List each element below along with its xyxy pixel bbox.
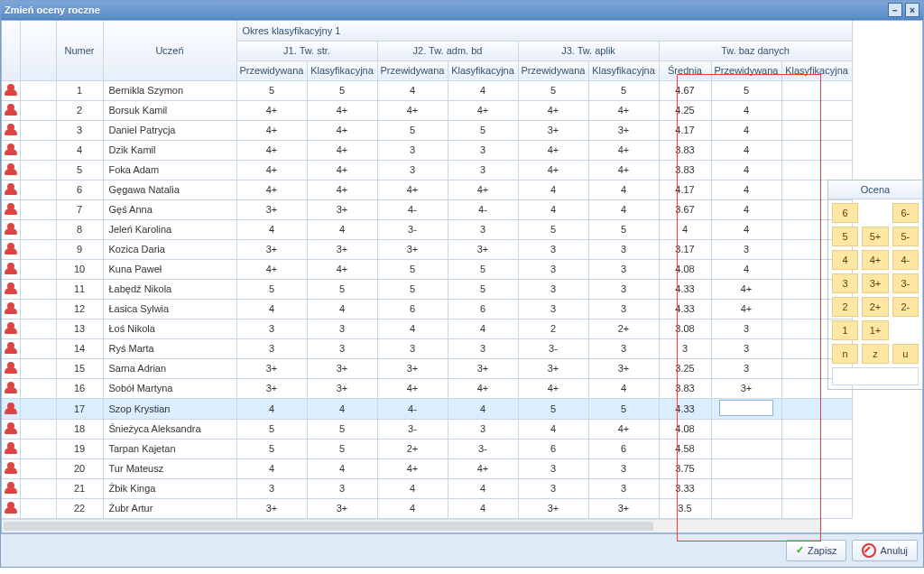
save-button[interactable]: ✓ Zapisz	[786, 540, 846, 561]
table-row[interactable]: 15Sarna Adrian3+3+3+3+3+3+3.253	[2, 358, 852, 378]
grade-input[interactable]	[719, 400, 773, 416]
grade-button[interactable]: 3-	[892, 273, 919, 293]
grade-button[interactable]: z	[862, 344, 888, 364]
col-j1p[interactable]: Przewidywana	[236, 60, 307, 80]
table-row[interactable]: 11Łabędź Nikola5555334.334+	[2, 279, 852, 299]
grade-button[interactable]: 4-	[892, 250, 919, 270]
student-icon	[5, 83, 17, 96]
col-numer[interactable]: Numer	[56, 21, 103, 80]
grade-button[interactable]: 5-	[892, 227, 919, 246]
super-header: Okres klasyfikacyjny 1	[236, 21, 852, 41]
check-icon: ✓	[796, 544, 804, 556]
student-icon	[5, 282, 17, 294]
table-row[interactable]: 14Ryś Marta33333-333	[2, 338, 852, 358]
student-icon	[5, 143, 17, 155]
window-title: Zmień oceny roczne	[5, 5, 100, 15]
table-row[interactable]: 1Bernikla Szymon5544554.675	[2, 80, 852, 100]
group-j3[interactable]: J3. Tw. aplik	[518, 41, 659, 60]
dialog-window: Zmień oceny roczne − ×	[0, 0, 924, 568]
close-icon[interactable]: ×	[905, 3, 919, 17]
minimize-icon[interactable]: −	[888, 3, 902, 17]
col-j2k[interactable]: Klasyfikacyjna	[448, 60, 518, 80]
student-icon	[5, 481, 17, 494]
table-row[interactable]: 2Borsuk Kamil4+4+4+4+4+4+4.254	[2, 100, 852, 120]
grade-button[interactable]: 4+	[862, 250, 888, 270]
grade-button[interactable]: 1+	[862, 320, 888, 340]
student-icon	[5, 242, 17, 255]
col-uczen[interactable]: Uczeń	[103, 21, 236, 80]
table-row[interactable]: 18Śnieżyca Aleksandra553-344+4.08	[2, 419, 852, 439]
student-icon	[5, 321, 17, 334]
student-icon	[5, 262, 17, 274]
grade-button[interactable]: 1	[832, 320, 858, 340]
student-icon	[5, 301, 17, 314]
col-j2p[interactable]: Przewidywana	[377, 60, 448, 80]
grade-custom-input[interactable]	[832, 367, 919, 385]
table-row[interactable]: 19Tarpan Kajetan552+3-664.58	[2, 439, 852, 458]
col-srednia[interactable]: Średnia	[659, 60, 711, 80]
student-icon	[5, 162, 17, 175]
cancel-button[interactable]: Anuluj	[852, 540, 918, 561]
table-row[interactable]: 8Jeleń Karolina443-35544	[2, 219, 852, 239]
group-j2[interactable]: J2. Tw. adm. bd	[377, 41, 518, 60]
grade-button[interactable]: u	[892, 344, 919, 364]
student-icon	[5, 402, 17, 414]
grade-button[interactable]: 2	[832, 297, 858, 317]
grade-button[interactable]: 2+	[862, 297, 888, 317]
table-row[interactable]: 10Kuna Paweł4+4+55334.084	[2, 259, 852, 279]
student-icon	[5, 461, 17, 474]
grade-button[interactable]: 5	[832, 227, 858, 246]
table-row[interactable]: 21Żbik Kinga3344333.33	[2, 478, 852, 498]
grade-button[interactable]: 6-	[892, 203, 919, 223]
grade-button[interactable]: 4	[832, 250, 858, 270]
grade-button[interactable]: n	[832, 344, 858, 364]
table-row[interactable]: 4Dzik Kamil4+4+334+4+3.834	[2, 140, 852, 160]
table-row[interactable]: 20Tur Mateusz444+4+333.75	[2, 458, 852, 478]
student-icon	[5, 421, 17, 434]
cancel-icon	[862, 543, 876, 558]
titlebar: Zmień oceny roczne − ×	[1, 1, 923, 20]
student-icon	[5, 361, 17, 374]
grade-button[interactable]: 5+	[862, 227, 888, 246]
table-row[interactable]: 17Szop Krystian444-4554.33	[2, 398, 852, 419]
save-label: Zapisz	[808, 545, 836, 556]
table-row[interactable]: 9Kozica Daria3+3+3+3+333.173	[2, 239, 852, 259]
grade-picker-title: Ocena	[828, 181, 922, 199]
col-j3k[interactable]: Klasyfikacyjna	[588, 60, 659, 80]
grade-button[interactable]: 3	[832, 273, 858, 293]
student-icon	[5, 103, 17, 116]
group-j1[interactable]: J1. Tw. str.	[236, 41, 377, 60]
student-icon	[5, 441, 17, 454]
col-j3p[interactable]: Przewidywana	[518, 60, 588, 80]
table-row[interactable]: 7Gęś Anna3+3+4-4-443.674	[2, 199, 852, 219]
horizontal-scrollbar[interactable]	[2, 519, 822, 532]
footer-bar: ✓ Zapisz Anuluj	[1, 533, 923, 567]
student-icon	[5, 501, 17, 514]
table-row[interactable]: 12Łasica Sylwia4466334.334+	[2, 299, 852, 319]
table-row[interactable]: 16Sobół Martyna3+3+4+4+4+43.833+	[2, 378, 852, 398]
col-j1k[interactable]: Klasyfikacyjna	[307, 60, 377, 80]
table-row[interactable]: 6Gęgawa Natalia4+4+4+4+444.174	[2, 180, 852, 199]
student-icon	[5, 182, 17, 195]
grade-button[interactable]: 3+	[862, 273, 888, 293]
table-row[interactable]: 22Żubr Artur3+3+443+3+3.5	[2, 498, 852, 518]
student-icon	[5, 202, 17, 215]
grade-picker: Ocena 66-55+5-44+4-33+3-22+2-11+nzu	[827, 180, 923, 390]
student-icon	[5, 123, 17, 135]
student-icon	[5, 341, 17, 354]
grades-grid: Numer Uczeń Okres klasyfikacyjny 1 J1. T…	[2, 21, 822, 532]
table-row[interactable]: 13Łoś Nikola334422+3.083	[2, 319, 852, 338]
table-row[interactable]: 3Daniel Patrycja4+4+553+3+4.174	[2, 120, 852, 140]
table-row[interactable]: 5Foka Adam4+4+334+4+3.834	[2, 160, 852, 180]
grade-button[interactable]: 6	[832, 203, 858, 223]
student-icon	[5, 222, 17, 235]
cancel-label: Anuluj	[880, 545, 908, 556]
col-dbp[interactable]: Przewidywana	[711, 60, 781, 80]
student-icon	[5, 381, 17, 393]
grade-button[interactable]: 2-	[892, 297, 919, 317]
